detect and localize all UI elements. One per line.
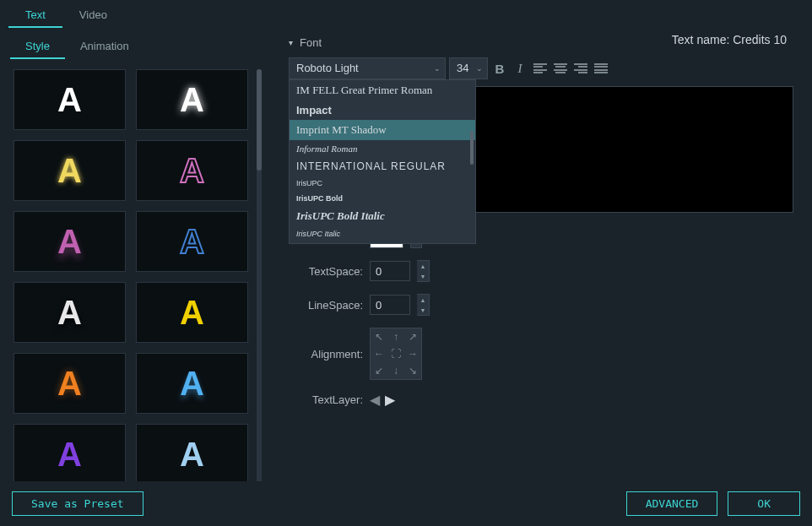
style-preset[interactable]: A (136, 140, 248, 201)
tab-style[interactable]: Style (10, 35, 65, 59)
save-preset-button[interactable]: Save as Preset (12, 491, 143, 516)
style-grid: AAAAAAAAAAAA (7, 59, 255, 481)
textspace-down[interactable]: ▼ (417, 271, 429, 281)
linespace-input[interactable] (370, 295, 410, 315)
align-mc[interactable]: ⛶ (387, 345, 404, 362)
style-preset[interactable]: A (14, 424, 126, 481)
tab-text[interactable]: Text (8, 3, 62, 28)
align-justify-button[interactable] (593, 59, 609, 78)
textspace-input[interactable] (370, 261, 410, 281)
font-option[interactable]: IrisUPC Italic (290, 226, 475, 241)
linespace-up[interactable]: ▲ (417, 295, 429, 305)
font-option[interactable]: IrisUPC (290, 176, 475, 191)
align-ml[interactable]: ← (371, 345, 387, 362)
textlayer-label: TextLayer: (297, 393, 363, 406)
font-dropdown: IM FELL Great Primer RomanImpactImprint … (289, 79, 476, 244)
linespace-down[interactable]: ▼ (417, 305, 429, 315)
font-option[interactable]: Imprint MT Shadow (290, 120, 475, 140)
font-option[interactable]: IM FELL Great Primer Roman (290, 80, 475, 100)
style-preset[interactable]: A (14, 211, 126, 272)
style-preset[interactable]: A (136, 282, 248, 343)
layer-next-button[interactable]: ▶ (385, 392, 395, 408)
alignment-label: Alignment: (297, 348, 363, 361)
align-left-button[interactable] (532, 59, 549, 78)
italic-button[interactable]: I (512, 59, 528, 78)
dropdown-scrollbar[interactable] (470, 131, 474, 165)
linespace-label: LineSpace: (297, 299, 363, 312)
bold-button[interactable]: B (491, 59, 508, 78)
font-option[interactable]: Informal Roman (290, 140, 475, 157)
style-preset[interactable]: A (14, 353, 126, 414)
alignment-grid: ↖ ↑ ↗ ← ⛶ → ↙ ↓ ↘ (370, 328, 422, 380)
chevron-down-icon: ▾ (289, 38, 293, 47)
font-family-select[interactable]: Roboto Light (289, 57, 446, 79)
align-tl[interactable]: ↖ (371, 328, 387, 345)
advanced-button[interactable]: ADVANCED (626, 491, 718, 516)
align-center-button[interactable] (552, 59, 569, 78)
style-preset[interactable]: A (136, 69, 248, 130)
align-right-button[interactable] (572, 59, 589, 78)
text-name-label: Text name: Credits 10 (672, 33, 787, 46)
style-scrollbar[interactable] (257, 69, 262, 481)
font-option[interactable]: IrisUPC Bold Italic (290, 206, 475, 226)
style-preset[interactable]: A (136, 353, 248, 414)
font-header-label: Font (300, 36, 322, 49)
font-option[interactable]: IrisUPC Bold (290, 191, 475, 206)
align-mr[interactable]: → (404, 345, 421, 362)
align-br[interactable]: ↘ (404, 362, 421, 379)
tab-video[interactable]: Video (62, 3, 124, 28)
font-option[interactable]: INTERNATIONAL REGULAR (290, 157, 475, 176)
layer-prev-button[interactable]: ◀ (370, 392, 380, 408)
font-option[interactable]: Impact (290, 100, 475, 120)
font-size-select[interactable]: 34 (449, 57, 488, 79)
style-preset[interactable]: A (136, 424, 248, 481)
style-preset[interactable]: A (14, 140, 126, 201)
align-tc[interactable]: ↑ (387, 328, 404, 345)
align-bl[interactable]: ↙ (371, 362, 387, 379)
style-preset[interactable]: A (136, 211, 248, 272)
ok-button[interactable]: OK (728, 491, 800, 516)
tab-animation[interactable]: Animation (65, 35, 144, 59)
style-preset[interactable]: A (14, 282, 126, 343)
align-bc[interactable]: ↓ (387, 362, 404, 379)
align-tr[interactable]: ↗ (404, 328, 421, 345)
textspace-up[interactable]: ▲ (417, 261, 429, 271)
textspace-label: TextSpace: (297, 265, 363, 278)
style-preset[interactable]: A (14, 69, 126, 130)
font-option[interactable]: Iskoola Pota (290, 241, 475, 244)
